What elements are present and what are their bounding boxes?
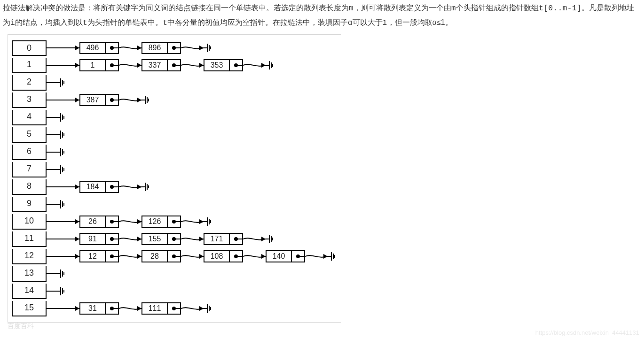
next-pointer-arrow	[119, 217, 141, 226]
bucket-cell: 0	[12, 40, 47, 56]
desc-code-i: i	[10, 19, 15, 27]
ground-icon	[204, 43, 212, 53]
node-value: 111	[142, 303, 168, 314]
node-value: 496	[80, 43, 106, 53]
node-value: 155	[142, 234, 168, 244]
chain-node: 896	[141, 42, 181, 54]
null-pointer-arrow	[47, 200, 57, 209]
node-next-pointer	[106, 182, 118, 192]
bucket-cell: 6	[12, 145, 47, 160]
node-next-pointer	[168, 43, 180, 53]
ground-icon	[204, 303, 212, 314]
bucket-row: 121228108140	[12, 248, 337, 265]
tail-pointer-arrow	[181, 43, 204, 53]
node-value: 171	[204, 234, 230, 244]
bucket-cell: 1	[12, 58, 47, 73]
bucket-cell: 5	[12, 127, 47, 143]
node-next-pointer	[106, 234, 118, 244]
node-value: 26	[80, 216, 106, 227]
node-next-pointer	[168, 303, 180, 314]
ground-icon	[141, 95, 150, 105]
ground-icon	[204, 216, 212, 227]
ground-icon	[57, 77, 65, 88]
ground-icon	[57, 269, 65, 279]
bucket-row: 14	[12, 283, 337, 300]
tail-pointer-arrow	[119, 95, 141, 105]
node-value: 896	[142, 43, 168, 53]
node-value: 140	[267, 251, 292, 262]
chain-node: 496	[79, 42, 119, 54]
ground-icon	[57, 147, 65, 157]
next-pointer-arrow	[119, 304, 141, 313]
desc-text: 中各分量的初值均应为空指针。在拉链法中，装填因子α可以大于	[167, 18, 382, 26]
chain-node: 337	[141, 59, 181, 71]
node-next-pointer	[168, 234, 180, 244]
head-pointer-arrow	[47, 304, 79, 313]
null-pointer-arrow	[47, 286, 57, 296]
ground-icon	[328, 251, 336, 262]
head-pointer-arrow	[47, 217, 79, 226]
chain-node: 1	[79, 59, 119, 71]
node-value: 28	[142, 251, 168, 262]
bucket-row: 1191155171	[12, 231, 337, 248]
tail-pointer-arrow	[119, 182, 141, 192]
bucket-row: 9	[12, 196, 337, 213]
desc-code-t: t	[83, 19, 87, 27]
bucket-cell: 11	[12, 231, 47, 247]
bucket-row: 0496896	[12, 39, 337, 57]
tail-pointer-arrow	[243, 234, 266, 244]
bucket-cell: 3	[12, 92, 47, 108]
node-value: 126	[142, 216, 168, 227]
null-pointer-arrow	[47, 147, 57, 157]
chain-node: 28	[141, 250, 181, 262]
bucket-cell: 12	[12, 249, 47, 264]
node-value: 108	[204, 251, 230, 262]
head-pointer-arrow	[47, 61, 79, 70]
node-next-pointer	[106, 251, 118, 262]
next-pointer-arrow	[243, 252, 266, 261]
node-next-pointer	[168, 251, 180, 262]
bucket-cell: 8	[12, 179, 47, 195]
bucket-row: 11337353	[12, 57, 337, 74]
bucket-cell: 2	[12, 75, 47, 91]
next-pointer-arrow	[181, 252, 204, 261]
node-next-pointer	[168, 60, 180, 70]
node-next-pointer	[106, 95, 118, 105]
bucket-row: 1026126	[12, 213, 337, 231]
bucket-cell: 10	[12, 214, 47, 230]
chain-node: 171	[204, 233, 243, 245]
desc-text: 拉链法解决冲突的做法是：将所有关键字为同义词的结点链接在同一个单链表中。若选定的…	[3, 4, 349, 12]
node-value: 1	[80, 60, 106, 70]
next-pointer-arrow	[119, 252, 141, 261]
ground-icon	[57, 130, 65, 140]
node-next-pointer	[230, 60, 242, 70]
null-pointer-arrow	[47, 113, 57, 122]
node-value: 353	[204, 60, 230, 70]
description-paragraph: 拉链法解决冲突的做法是：将所有关键字为同义词的结点链接在同一个单链表中。若选定的…	[0, 0, 644, 34]
tail-pointer-arrow	[181, 217, 204, 226]
chain-node: 126	[141, 216, 181, 228]
ground-icon	[266, 234, 274, 244]
chain-node: 155	[141, 233, 181, 245]
node-value: 31	[80, 303, 106, 314]
chain-node: 353	[204, 59, 243, 71]
ground-icon	[141, 182, 150, 192]
bucket-row: 7	[12, 161, 337, 178]
node-value: 337	[142, 60, 168, 70]
desc-code-t2: t	[163, 19, 167, 27]
desc-text: 为头指针的单链表中。	[87, 18, 163, 26]
node-next-pointer	[230, 251, 242, 262]
ground-icon	[57, 199, 65, 209]
chain-node: 31	[79, 302, 119, 315]
desc-code-m: m	[349, 4, 353, 13]
next-pointer-arrow	[181, 61, 204, 70]
desc-text: 的结点，均插入到以	[15, 18, 83, 26]
next-pointer-arrow	[119, 43, 141, 53]
chain-node: 91	[79, 233, 119, 245]
next-pointer-arrow	[119, 234, 141, 244]
desc-text: ，则可将散列表定义为一个由	[353, 4, 451, 12]
chain-node: 140	[266, 250, 305, 262]
tail-pointer-arrow	[243, 61, 266, 70]
desc-code-m2: m	[451, 4, 456, 13]
ground-icon	[57, 286, 65, 296]
